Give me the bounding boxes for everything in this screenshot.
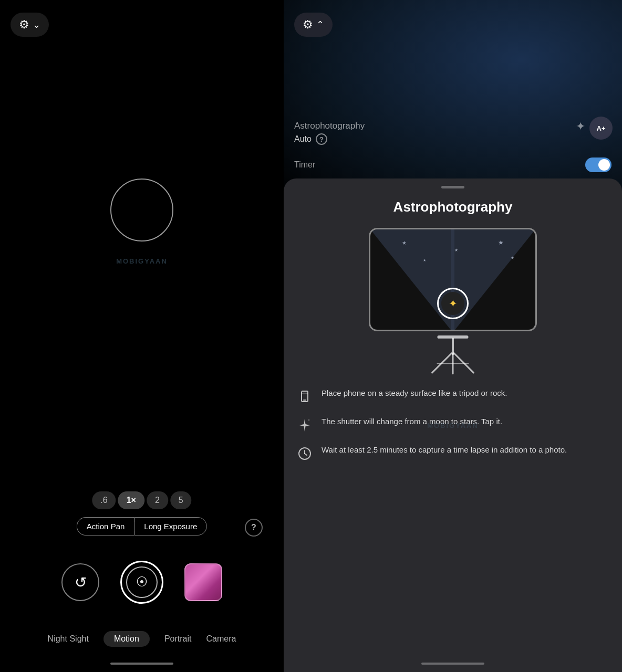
top-bar-left: ⚙ ⌄ [11,13,49,37]
tip-item-2: The shutter will change from a moon to s… [296,416,609,434]
svg-rect-7 [303,400,306,401]
chevron-up-icon-right: ⌃ [316,19,324,30]
clock-icon [296,445,313,462]
settings-pill-left[interactable]: ⚙ ⌄ [11,13,49,37]
star-2: ★ [454,248,458,253]
tip-text-3: Wait at least 2.5 minutes to capture a t… [322,444,567,456]
mode-pills: Action Pan Long Exposure [77,517,207,536]
gear-icon-left: ⚙ [19,18,29,32]
sparkle-shutter-icon: ✦ [449,297,458,310]
action-pan-button[interactable]: Action Pan [77,517,134,536]
settings-pill-right[interactable]: ⚙ ⌃ [294,13,333,37]
top-bar-right: ⚙ ⌃ [294,13,333,37]
astro-auto-row: Auto ? [294,133,611,145]
tab-portrait[interactable]: Portrait [164,632,192,646]
tab-night-sight[interactable]: Night Sight [48,632,89,646]
svg-line-11 [305,454,307,455]
astro-phone-frame: ★ ★ ★ ★ ★ ✦ [369,228,537,331]
tip-text-1: Place phone on a steady surface like a t… [322,387,507,400]
phone-steady-icon [296,388,313,405]
flip-icon: ↺ [75,574,87,591]
watermark-left: MOBIGYAAN [116,257,168,265]
bottom-indicator-right [421,663,484,665]
sheet-handle[interactable] [441,186,464,188]
astro-header-area: Astrophotography Auto ? [294,121,611,145]
chevron-down-icon-left: ⌄ [33,19,40,30]
astro-illustration: ★ ★ ★ ★ ★ ✦ [358,228,547,375]
auto-label: Auto [294,134,312,144]
astro-shutter-button-illustration: ✦ [437,288,469,319]
gallery-thumbnail[interactable] [184,563,222,601]
astro-label: Astrophotography [294,121,611,131]
tip-item-3: Wait at least 2.5 minutes to capture a t… [296,444,609,462]
timer-toggle-thumb [598,159,610,171]
zoom-06[interactable]: .6 [92,491,116,509]
tip-text-2: The shutter will change from a moon to s… [322,416,502,428]
timer-toggle[interactable] [585,158,611,172]
zoom-5[interactable]: 5 [170,491,192,509]
zoom-2[interactable]: 2 [147,491,168,509]
help-button-left[interactable]: ? [245,519,263,537]
astro-shutter-inner: ✦ [441,292,464,315]
shutter-dots-icon: ⦿ [136,575,148,589]
timer-label: Timer [294,160,315,170]
bottom-indicator-left [110,663,173,665]
tab-camera[interactable]: Camera [206,632,236,646]
shutter-inner: ⦿ [126,566,158,598]
left-panel: ⚙ ⌄ MOBIGYAAN .6 1× 2 5 Action Pan Long … [0,0,284,672]
star-triangle-right [451,229,535,331]
ai-button-right[interactable]: A+ [589,117,613,140]
long-exposure-button[interactable]: Long Exposure [134,517,207,536]
star-3: ★ [423,258,426,262]
zoom-controls: .6 1× 2 5 [92,491,191,509]
mode-tabs: Night Sight Motion Portrait Camera [0,631,284,647]
star-4: ★ [498,239,504,246]
zoom-1x[interactable]: 1× [118,491,144,509]
astro-phone-inner: ★ ★ ★ ★ ★ ✦ [370,229,535,330]
shutter-button[interactable]: ⦿ [120,561,163,604]
tip-item-1: Place phone on a steady surface like a t… [296,387,609,405]
tips-list: Place phone on a steady surface like a t… [284,387,622,462]
right-panel: ⚙ ⌃ Astrophotography Auto ? ✦ A+ Timer A… [284,0,622,672]
camera-controls: ↺ ⦿ [61,561,222,604]
star-5: ★ [511,256,514,260]
sheet-title: Astrophotography [393,199,513,215]
tab-motion[interactable]: Motion [103,631,150,647]
flip-camera-button[interactable]: ↺ [61,563,99,601]
sparkle-tip-icon [296,417,313,434]
sparkle-icon-right[interactable]: ✦ [576,120,585,133]
star-1: ★ [402,240,407,246]
help-button-right[interactable]: ? [316,133,327,145]
astrophotography-sheet: Astrophotography ★ ★ ★ ★ ★ ✦ [284,178,622,672]
tripod-illustration [421,333,484,375]
star-triangle-left [370,229,454,331]
gear-icon-right: ⚙ [303,18,313,32]
timer-row: Timer [294,158,611,172]
viewfinder-circle [110,178,173,242]
